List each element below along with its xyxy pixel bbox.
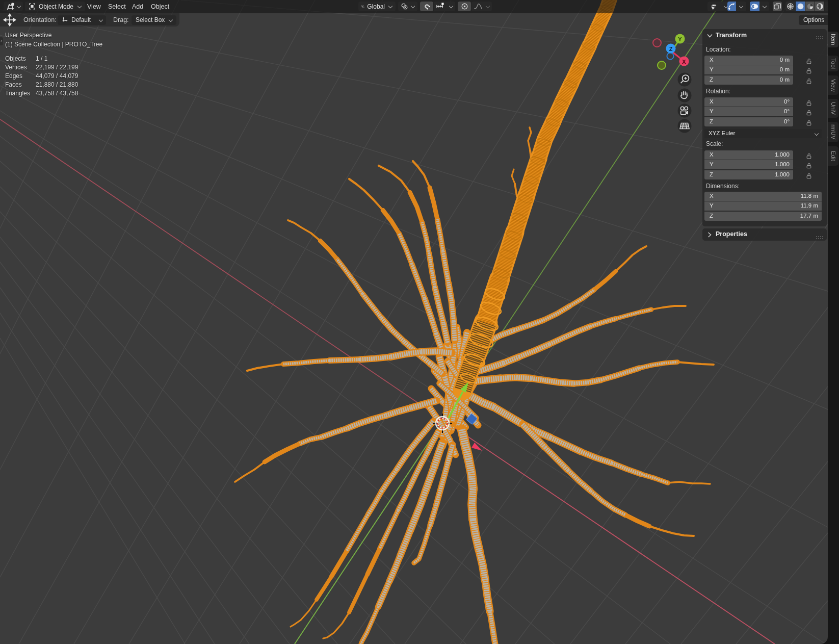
svg-text:Y: Y	[678, 36, 682, 42]
svg-text:Z: Z	[669, 46, 673, 52]
svg-text:X: X	[682, 59, 686, 65]
